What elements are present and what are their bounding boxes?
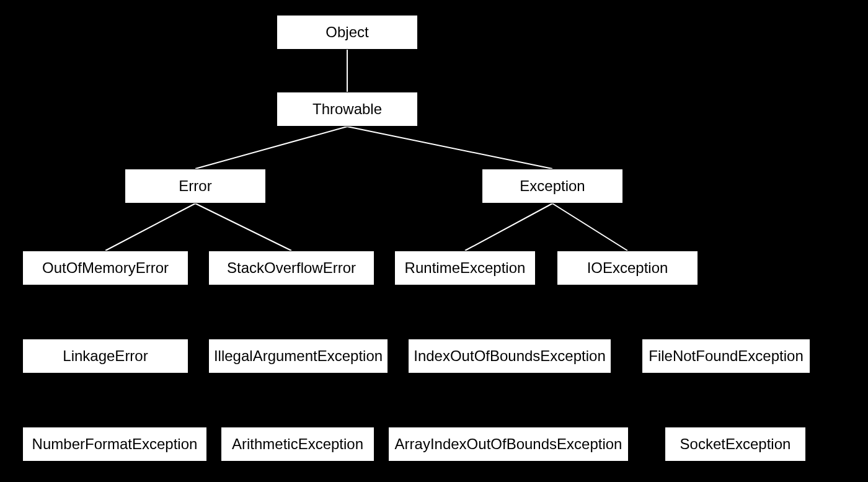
node-illegalargumentexception: IllegalArgumentException xyxy=(208,339,388,373)
node-numberformatexception: NumberFormatException xyxy=(22,427,207,462)
node-label: Throwable xyxy=(312,100,382,118)
node-arrayindexoutofboundsexception: ArrayIndexOutOfBoundsException xyxy=(388,427,629,462)
node-label: ArithmeticException xyxy=(232,435,363,453)
edge-error-to-outofmemoryerror xyxy=(105,203,195,251)
edge-exception-to-runtimeexception xyxy=(465,203,552,251)
node-linkageerror: LinkageError xyxy=(22,339,188,373)
node-throwable: Throwable xyxy=(277,92,418,127)
edge-throwable-to-error xyxy=(195,127,347,169)
node-socketexception: SocketException xyxy=(665,427,806,462)
node-runtimeexception: RuntimeException xyxy=(394,251,536,285)
node-label: LinkageError xyxy=(63,347,148,365)
node-label: IllegalArgumentException xyxy=(214,347,383,365)
node-outofmemoryerror: OutOfMemoryError xyxy=(22,251,188,285)
exception-hierarchy-diagram: Object Throwable Error Exception OutOfMe… xyxy=(0,0,868,482)
node-label: IOException xyxy=(587,259,668,277)
node-label: ArrayIndexOutOfBoundsException xyxy=(395,435,622,453)
node-label: NumberFormatException xyxy=(32,435,198,453)
node-exception: Exception xyxy=(482,169,623,203)
node-label: OutOfMemoryError xyxy=(42,259,169,277)
node-label: SocketException xyxy=(680,435,791,453)
node-object: Object xyxy=(277,15,418,50)
node-label: FileNotFoundException xyxy=(649,347,803,365)
connector-lines xyxy=(0,0,868,482)
node-filenotfoundexception: FileNotFoundException xyxy=(642,339,810,373)
edge-throwable-to-exception xyxy=(347,127,552,169)
node-label: RuntimeException xyxy=(405,259,526,277)
node-ioexception: IOException xyxy=(557,251,698,285)
edge-exception-to-ioexception xyxy=(552,203,627,251)
node-label: IndexOutOfBoundsException xyxy=(414,347,606,365)
node-stackoverflowerror: StackOverflowError xyxy=(208,251,374,285)
node-label: Error xyxy=(179,177,211,195)
node-label: Exception xyxy=(520,177,585,195)
node-arithmeticexception: ArithmeticException xyxy=(221,427,374,462)
node-label: StackOverflowError xyxy=(227,259,356,277)
node-label: Object xyxy=(326,24,368,41)
edge-error-to-stackoverflowerror xyxy=(195,203,291,251)
node-indexoutofboundsexception: IndexOutOfBoundsException xyxy=(408,339,611,373)
node-error: Error xyxy=(125,169,266,203)
